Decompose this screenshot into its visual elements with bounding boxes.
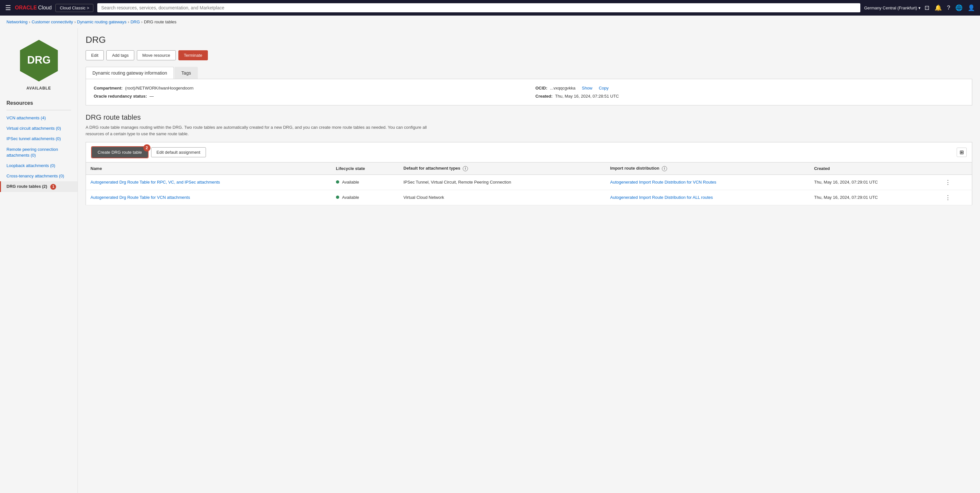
row2-import-route: Autogenerated Import Route Distribution …	[605, 190, 810, 205]
top-nav: ☰ ORACLE Cloud Cloud Classic > Germany C…	[0, 0, 980, 16]
sidebar: DRG AVAILABLE Resources VCN attachments …	[0, 28, 78, 493]
create-drg-route-table-button[interactable]: Create DRG route table 2	[92, 147, 148, 157]
table-row: Autogenerated Drg Route Table for VCN at…	[86, 190, 972, 205]
created-value: Thu, May 16, 2024, 07:28:51 UTC	[555, 94, 619, 99]
breadcrumb-sep-1: ›	[29, 19, 30, 24]
row2-kebab: ⋮	[939, 190, 972, 205]
tab-drg-info[interactable]: Dynamic routing gateway information	[86, 67, 174, 79]
screen-icon[interactable]: ⊡	[924, 4, 929, 11]
row2-name-link[interactable]: Autogenerated Drg Route Table for VCN at…	[91, 195, 190, 200]
table-header: Name Lifecycle state Default for attachm…	[86, 162, 972, 175]
redundancy-row: Oracle redundancy status: —	[94, 94, 522, 99]
action-bar: Edit Add tags Move resource Terminate	[86, 50, 972, 60]
sidebar-item-ipsec[interactable]: IPSec tunnel attachments (0)	[0, 134, 78, 144]
move-resource-button[interactable]: Move resource	[137, 50, 176, 60]
breadcrumb-dynamic-routing-gateways[interactable]: Dynamic routing gateways	[77, 19, 126, 24]
col-import-route: Import route distribution i	[605, 162, 810, 175]
default-attachment-info-icon[interactable]: i	[463, 166, 468, 171]
sidebar-item-remote-peering[interactable]: Remote peering connection attachments (0…	[0, 144, 78, 161]
ocid-value: ...vxqqcgvkka	[550, 86, 576, 91]
redundancy-value: —	[150, 94, 154, 99]
row1-created: Thu, May 16, 2024, 07:29:01 UTC	[810, 175, 938, 190]
sidebar-item-drg-route-tables[interactable]: DRG route tables (2) 1	[0, 181, 78, 192]
region-selector[interactable]: Germany Central (Frankfurt) ▾	[864, 5, 921, 10]
row1-import-route: Autogenerated Import Route Distribution …	[605, 175, 810, 190]
oracle-text: ORACLE	[15, 5, 37, 11]
sidebar-item-loopback[interactable]: Loopback attachments (0)	[0, 161, 78, 171]
user-icon[interactable]: 👤	[968, 4, 975, 11]
breadcrumb-current: DRG route tables	[144, 19, 177, 24]
breadcrumb-drg[interactable]: DRG	[130, 19, 140, 24]
breadcrumb-sep-4: ›	[141, 19, 142, 24]
edit-default-assignment-button[interactable]: Edit default assignment	[151, 147, 206, 157]
row1-kebab: ⋮	[939, 175, 972, 190]
breadcrumb-sep-3: ›	[128, 19, 129, 24]
search-input[interactable]	[97, 3, 860, 12]
ocid-row: OCID: ...vxqqcgvkka Show Copy	[535, 86, 964, 91]
sidebar-item-vcn-attachments[interactable]: VCN attachments (4)	[0, 113, 78, 123]
row1-kebab-menu[interactable]: ⋮	[943, 178, 953, 186]
row1-name: Autogenerated Drg Route Table for RPC, V…	[86, 175, 331, 190]
compartment-value: (root)/NETWORK/IwanHoogendoorn	[125, 86, 194, 91]
globe-icon[interactable]: 🌐	[955, 4, 963, 11]
route-tables-title: DRG route tables	[86, 113, 972, 122]
tab-tags[interactable]: Tags	[175, 67, 198, 79]
sidebar-item-virtual-circuit[interactable]: Virtual circuit attachments (0)	[0, 123, 78, 134]
row2-created: Thu, May 16, 2024, 07:29:01 UTC	[810, 190, 938, 205]
cloud-classic-button[interactable]: Cloud Classic >	[56, 4, 93, 12]
terminate-button[interactable]: Terminate	[178, 50, 208, 60]
sidebar-divider	[6, 110, 71, 110]
page-title: DRG	[86, 35, 972, 45]
create-btn-highlight: Create DRG route table 2	[91, 146, 148, 158]
sidebar-item-cross-tenancy[interactable]: Cross-tenancy attachments (0)	[0, 171, 78, 181]
tabs: Dynamic routing gateway information Tags	[86, 67, 972, 79]
create-step-badge: 2	[143, 144, 151, 151]
row2-import-route-link[interactable]: Autogenerated Import Route Distribution …	[610, 195, 713, 200]
add-tags-button[interactable]: Add tags	[107, 50, 134, 60]
hamburger-menu-icon[interactable]: ☰	[5, 4, 11, 12]
import-route-info-icon[interactable]: i	[662, 166, 667, 171]
breadcrumb-networking[interactable]: Networking	[6, 19, 27, 24]
ocid-show-link[interactable]: Show	[582, 86, 592, 91]
sidebar-item-drg-route-tables-label: DRG route tables (2)	[6, 184, 47, 189]
sidebar-item-badge: 1	[50, 184, 56, 190]
oracle-logo: ORACLE Cloud	[15, 5, 52, 11]
table-row: Autogenerated Drg Route Table for RPC, V…	[86, 175, 972, 190]
topnav-icons: ⊡ 🔔 ? 🌐 👤	[924, 4, 975, 11]
edit-button[interactable]: Edit	[86, 50, 104, 60]
main-content: DRG Edit Add tags Move resource Terminat…	[78, 28, 980, 493]
row2-name: Autogenerated Drg Route Table for VCN at…	[86, 190, 331, 205]
region-label: Germany Central (Frankfurt)	[864, 5, 917, 10]
row2-lifecycle: Available	[331, 190, 399, 205]
col-default-attachment: Default for attachment types i	[399, 162, 605, 175]
col-lifecycle: Lifecycle state	[331, 162, 399, 175]
row1-lifecycle: Available	[331, 175, 399, 190]
created-label: Created:	[535, 94, 553, 99]
row1-lifecycle-label: Available	[342, 180, 359, 184]
col-created: Created	[810, 162, 938, 175]
drg-status: AVAILABLE	[27, 86, 51, 91]
table-toolbar: Create DRG route table 2 Edit default as…	[86, 142, 972, 162]
drg-hexagon-icon: DRG	[16, 38, 62, 83]
row1-name-link[interactable]: Autogenerated Drg Route Table for RPC, V…	[91, 180, 220, 184]
ocid-label: OCID:	[535, 86, 547, 91]
cloud-text: Cloud	[38, 5, 52, 11]
row2-default-for: Virtual Cloud Network	[399, 190, 605, 205]
ocid-copy-link[interactable]: Copy	[599, 86, 608, 91]
row2-kebab-menu[interactable]: ⋮	[943, 194, 953, 201]
breadcrumb: Networking › Customer connectivity › Dyn…	[0, 16, 980, 28]
help-icon[interactable]: ?	[947, 5, 950, 11]
bell-icon[interactable]: 🔔	[935, 4, 942, 11]
create-drg-label: Create DRG route table	[98, 150, 142, 155]
table-body: Autogenerated Drg Route Table for RPC, V…	[86, 175, 972, 205]
row1-import-route-link[interactable]: Autogenerated Import Route Distribution …	[610, 180, 716, 184]
route-tables-table: Name Lifecycle state Default for attachm…	[86, 162, 972, 205]
table-settings-button[interactable]: ⊞	[957, 148, 967, 157]
redundancy-label: Oracle redundancy status:	[94, 94, 147, 99]
row1-default-for: IPSec Tunnel, Virtual Circuit, Remote Pe…	[399, 175, 605, 190]
sidebar-resources-title: Resources	[0, 97, 78, 109]
breadcrumb-customer-connectivity[interactable]: Customer connectivity	[32, 19, 73, 24]
row2-lifecycle-label: Available	[342, 195, 359, 200]
region-chevron-icon: ▾	[918, 5, 921, 10]
col-name: Name	[86, 162, 331, 175]
